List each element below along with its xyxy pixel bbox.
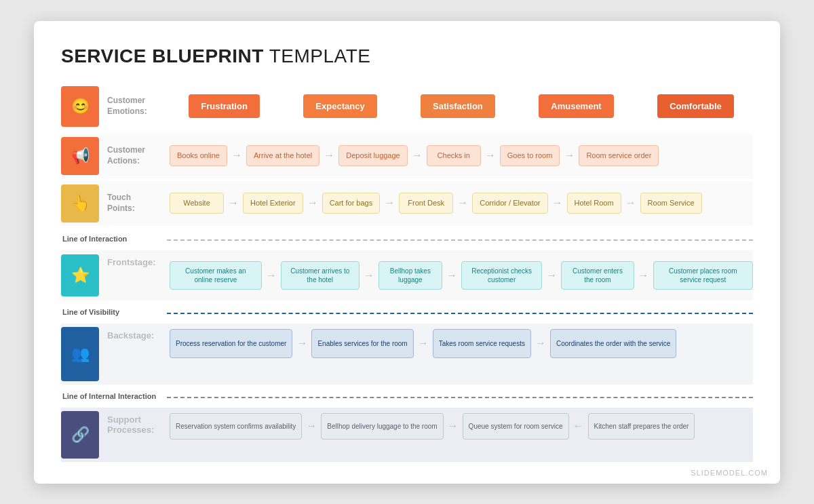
b-arrow-2: →	[418, 337, 429, 349]
support-1: Bellhop delivery luggage to the room	[321, 413, 443, 440]
backstage-row: 👥 Backstage: Process reservation for the…	[61, 324, 753, 385]
slide-container: SERVICE BLUEPRINT TEMPLATE 😊 Customer Em…	[34, 21, 780, 484]
blueprint-grid: 😊 Customer Emotions: Frustration Expecta…	[61, 82, 753, 462]
emotions-icon: 😊	[71, 98, 90, 115]
support-icon: 🔗	[71, 426, 90, 444]
line-internal-label: Line of Internal Interaction	[61, 391, 167, 401]
actions-icon-cell: 📢	[61, 137, 99, 175]
action-goroom: Goes to room	[500, 145, 560, 166]
support-2: Queue system for room service	[463, 413, 569, 440]
touch-icon: 👆	[71, 195, 90, 212]
s-arrow-3: ←	[573, 420, 584, 432]
arrow-3: →	[412, 149, 423, 161]
t-arrow-4: →	[457, 197, 468, 209]
line-interaction-dash	[167, 239, 753, 241]
support-3: Kitchen staff prepares the order	[588, 413, 695, 440]
line-interaction-label: Line of Interaction	[61, 234, 167, 244]
arrow-4: →	[485, 149, 496, 161]
action-arrive: Arrive at the hotel	[246, 145, 319, 166]
support-row: 🔗 Support Processes: Reservation system …	[61, 408, 753, 462]
touch-label: Touch Points:	[107, 193, 160, 214]
line-of-interaction: Line of Interaction	[61, 230, 753, 249]
support-content: Reservation system confirms availability…	[170, 408, 753, 440]
touch-hotel-room: Hotel Room	[567, 193, 621, 213]
touch-website: Website	[170, 193, 224, 213]
t-arrow-3: →	[384, 197, 395, 209]
f-arrow-2: →	[364, 269, 374, 282]
emotions-label-cell: Customer Emotions:	[99, 93, 167, 119]
f-arrow-3: →	[446, 269, 457, 282]
frontstage-label: Frontstage:	[99, 250, 167, 270]
backstage-3: Coordinates the order with the service	[550, 329, 676, 358]
f-arrow-4: →	[546, 269, 557, 282]
touch-hotel-exterior: Hotel Exterior	[243, 193, 303, 213]
emotion-satisfaction: Satisfaction	[421, 94, 495, 118]
touch-content: Website → Hotel Exterior → Cart for bags…	[170, 193, 753, 213]
t-arrow-6: →	[625, 197, 636, 209]
touch-points-row: 👆 Touch Points: Website → Hotel Exterior…	[61, 181, 753, 226]
s-arrow-1: →	[306, 420, 317, 432]
support-label: Support Processes:	[99, 408, 167, 438]
emotion-amusement: Amusement	[539, 94, 613, 118]
actions-label: Customer Actions:	[107, 145, 160, 166]
frontstage-content: Customer makes an online reserve → Custo…	[170, 261, 753, 290]
line-visibility-dash	[167, 313, 753, 314]
line-of-internal: Line of Internal Interaction	[61, 387, 753, 406]
frontstage-icon: ⭐	[71, 267, 90, 284]
emotion-comfortable: Comfortable	[657, 94, 734, 118]
f-arrow-1: →	[266, 269, 277, 282]
frontstage-3: Receptionist checks customer	[461, 261, 542, 290]
t-arrow-2: →	[307, 197, 318, 209]
frontstage-2: Bellhop takes luggage	[379, 261, 442, 290]
frontstage-5: Customer places room service request	[653, 261, 754, 290]
watermark: SLIDEMODEL.COM	[691, 469, 768, 477]
emotions-icon-cell: 😊	[61, 86, 99, 127]
backstage-icon-cell: 👥	[61, 327, 99, 381]
arrow-1: →	[231, 149, 242, 161]
t-arrow-5: →	[552, 197, 563, 209]
b-arrow-3: →	[535, 337, 546, 349]
emotions-content: Frustration Expectancy Satisfaction Amus…	[170, 94, 753, 118]
frontstage-0: Customer makes an online reserve	[170, 261, 262, 290]
customer-actions-row: 📢 Customer Actions: Books online → Arriv…	[61, 134, 753, 178]
line-visibility-label: Line of Visibility	[61, 307, 167, 317]
backstage-label: Backstage:	[99, 324, 167, 343]
frontstage-4: Customer enters the room	[561, 261, 634, 290]
touch-front-desk: Front Desk	[399, 193, 453, 213]
touch-cart-bags: Cart for bags	[322, 193, 381, 213]
touch-corridor: Corridor / Elevator	[472, 193, 547, 213]
touch-label-cell: Touch Points:	[99, 190, 167, 216]
actions-icon: 📢	[71, 147, 90, 165]
action-books-online: Books online	[170, 145, 227, 166]
line-internal-dash	[167, 397, 753, 398]
actions-content: Books online → Arrive at the hotel → Dep…	[170, 145, 753, 166]
arrow-5: →	[564, 149, 575, 161]
backstage-content: Process reservation for the customer → E…	[170, 324, 753, 358]
action-checkin: Checks in	[427, 145, 481, 166]
emotion-expectancy: Expectancy	[303, 94, 376, 118]
action-deposit: Deposit luggage	[338, 145, 408, 166]
backstage-icon: 👥	[71, 345, 90, 363]
backstage-2: Takes room service requests	[433, 329, 531, 358]
emotions-label: Customer Emotions:	[107, 96, 160, 117]
support-0: Reservation system confirms availability	[170, 413, 302, 440]
t-arrow-1: →	[228, 197, 239, 209]
frontstage-icon-cell: ⭐	[61, 254, 99, 296]
slide-title: SERVICE BLUEPRINT TEMPLATE	[61, 45, 753, 67]
f-arrow-5: →	[638, 269, 649, 282]
backstage-1: Enables services for the room	[311, 329, 413, 358]
touch-icon-cell: 👆	[61, 185, 99, 222]
backstage-0: Process reservation for the customer	[170, 329, 292, 358]
emotion-frustration: Frustration	[189, 94, 260, 118]
action-roomservice: Room service order	[579, 145, 659, 166]
emotions-row: 😊 Customer Emotions: Frustration Expecta…	[61, 82, 753, 131]
actions-label-cell: Customer Actions:	[99, 142, 167, 169]
touch-room-service: Room Service	[640, 193, 702, 213]
frontstage-row: ⭐ Frontstage: Customer makes an online r…	[61, 250, 753, 301]
line-of-visibility: Line of Visibility	[61, 303, 753, 322]
s-arrow-2: →	[448, 420, 459, 432]
arrow-2: →	[324, 149, 334, 161]
b-arrow-1: →	[296, 337, 307, 349]
frontstage-1: Customer arrives to the hotel	[281, 261, 360, 290]
support-icon-cell: 🔗	[61, 411, 99, 459]
